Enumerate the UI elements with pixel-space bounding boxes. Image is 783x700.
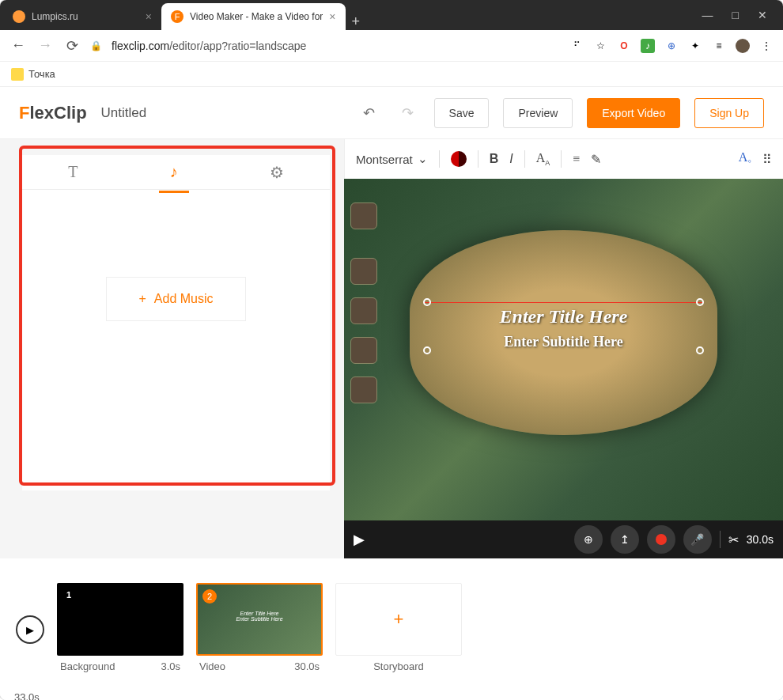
chevron-down-icon: ⌄	[418, 152, 428, 166]
total-duration: 33.0s	[14, 691, 40, 700]
signup-button[interactable]: Sign Up	[694, 98, 764, 128]
resize-handle[interactable]	[696, 298, 704, 306]
text-overlay[interactable]: Enter Title Here Enter Subtitle Here	[423, 302, 704, 350]
preview-panel: Montserrat ⌄ B I AA ≡ ✎ A◦ ⠿	[344, 139, 783, 558]
timeline: ▶ 33.0s 1 Background 3.0s 2 Enter Title …	[0, 558, 783, 700]
opera-icon[interactable]: O	[617, 39, 631, 53]
clip-name: Video	[199, 660, 225, 672]
align-button[interactable]: ≡	[573, 152, 580, 166]
mini-overlay: Enter Title Here Enter Subtitle Here	[198, 611, 321, 622]
upload-button[interactable]: ↥	[611, 525, 639, 554]
web-button[interactable]: ⊕	[574, 525, 603, 554]
undo-button[interactable]: ↶	[357, 104, 381, 122]
globe-ext-icon[interactable]: ⊕	[664, 39, 679, 53]
highlight-button[interactable]: ✎	[591, 152, 601, 167]
tab-text[interactable]: T	[49, 158, 96, 186]
bookmark-item[interactable]: Точка	[28, 68, 55, 80]
player-card	[350, 202, 377, 229]
project-title[interactable]: Untitled	[101, 105, 147, 121]
browser-tabs: Lumpics.ru × F Video Maker - Make a Vide…	[3, 0, 690, 30]
clip-number: 1	[62, 588, 76, 602]
maximize-icon[interactable]: □	[732, 9, 739, 21]
bold-button[interactable]: B	[490, 152, 499, 166]
text-toolbar: Montserrat ⌄ B I AA ≡ ✎ A◦ ⠿	[344, 139, 783, 179]
font-size-button[interactable]: AA	[536, 151, 550, 167]
tab-settings[interactable]: ⚙	[251, 158, 303, 187]
back-button[interactable]: ←	[9, 37, 27, 54]
avatar-icon[interactable]	[736, 39, 750, 53]
mic-button[interactable]: 🎤	[683, 525, 712, 554]
new-tab-button[interactable]: +	[352, 13, 361, 30]
playback-controls: ▶ ⊕ ↥ 🎤 ✂ 30.0s	[344, 520, 783, 558]
tab-lumpics[interactable]: Lumpics.ru ×	[3, 3, 161, 30]
close-icon[interactable]: ×	[329, 10, 335, 23]
grid-icon[interactable]: ⠿	[762, 152, 772, 167]
clip-duration: 30.0s	[294, 660, 320, 672]
add-music-button[interactable]: + Add Music	[106, 277, 245, 321]
minimize-icon[interactable]: —	[702, 9, 713, 21]
italic-button[interactable]: I	[509, 152, 513, 166]
text-color-picker[interactable]	[451, 151, 467, 167]
redo-button[interactable]: ↷	[395, 104, 420, 122]
close-icon[interactable]: ×	[146, 10, 152, 23]
tab-label: Video Maker - Make a Video for	[190, 11, 323, 22]
puzzle-icon[interactable]: ✦	[688, 39, 702, 53]
resize-handle[interactable]	[423, 298, 431, 306]
list-ext-icon[interactable]: ≡	[712, 39, 726, 53]
add-storyboard-button[interactable]: + Storyboard	[335, 583, 462, 677]
music-panel: + Add Music	[22, 190, 330, 490]
flexclip-logo[interactable]: FlexClip	[19, 103, 87, 123]
player-card	[350, 376, 377, 403]
close-window-icon[interactable]: ✕	[758, 9, 767, 21]
trim-button[interactable]: ✂	[728, 532, 739, 547]
tab-flexclip[interactable]: F Video Maker - Make a Video for ×	[161, 3, 346, 30]
editor-main: T ♪ ⚙ + Add Music Montserrat ⌄ B I AA ≡	[0, 139, 783, 558]
save-button[interactable]: Save	[434, 98, 490, 128]
left-panel: T ♪ ⚙ + Add Music	[0, 139, 344, 558]
favicon-icon: F	[171, 10, 183, 23]
export-button[interactable]: Export Video	[587, 98, 680, 128]
video-preview[interactable]: Enter Title Here Enter Subtitle Here	[344, 179, 783, 520]
reload-button[interactable]: ⟳	[63, 37, 81, 55]
clip-name: Background	[60, 660, 115, 672]
font-selector[interactable]: Montserrat ⌄	[356, 152, 428, 166]
play-all-button[interactable]: ▶	[16, 615, 44, 644]
clip-duration: 3.0s	[161, 660, 180, 672]
menu-icon[interactable]: ⋮	[759, 39, 774, 53]
record-button[interactable]	[647, 525, 675, 554]
play-button[interactable]: ▶	[354, 531, 365, 548]
player-card	[350, 258, 377, 285]
folder-icon	[11, 68, 24, 81]
clip-number: 2	[202, 589, 217, 604]
lock-icon[interactable]: 🔒	[90, 40, 102, 51]
player-card	[350, 337, 377, 364]
add-label: Storyboard	[373, 660, 424, 672]
plus-icon: +	[394, 609, 404, 630]
preview-button[interactable]: Preview	[503, 98, 573, 128]
clip-duration: 30.0s	[747, 533, 774, 546]
plus-icon: +	[138, 292, 146, 306]
browser-extensions: ⠋ ☆ O ♪ ⊕ ✦ ≡ ⋮	[569, 39, 774, 53]
star-icon[interactable]: ☆	[593, 39, 607, 53]
subtitle-text[interactable]: Enter Subtitle Here	[423, 334, 704, 350]
timeline-clip[interactable]: 2 Enter Title Here Enter Subtitle Here V…	[196, 583, 323, 677]
window-titlebar: Lumpics.ru × F Video Maker - Make a Vide…	[0, 0, 783, 30]
tab-label: Lumpics.ru	[32, 11, 139, 22]
translate-icon[interactable]: ⠋	[569, 39, 584, 53]
url-field[interactable]: flexclip.com/editor/app?ratio=landscape	[112, 40, 560, 52]
forward-button[interactable]: →	[36, 37, 54, 54]
favicon-icon	[13, 10, 25, 23]
resize-handle[interactable]	[423, 346, 431, 354]
address-bar: ← → ⟳ 🔒 flexclip.com/editor/app?ratio=la…	[0, 30, 783, 62]
app-header: FlexClip Untitled ↶ ↷ Save Preview Expor…	[0, 87, 783, 139]
resize-handle[interactable]	[696, 346, 704, 354]
bookmarks-bar: Точка	[0, 62, 783, 87]
title-text[interactable]: Enter Title Here	[423, 306, 704, 327]
text-style-button[interactable]: A◦	[739, 150, 751, 167]
tab-music[interactable]: ♪	[151, 158, 197, 186]
window-controls: — □ ✕	[690, 9, 780, 21]
left-panel-tabs: T ♪ ⚙	[22, 155, 330, 190]
timeline-clip[interactable]: 1 Background 3.0s	[57, 583, 183, 677]
music-ext-icon[interactable]: ♪	[641, 39, 655, 53]
player-card	[350, 297, 377, 324]
